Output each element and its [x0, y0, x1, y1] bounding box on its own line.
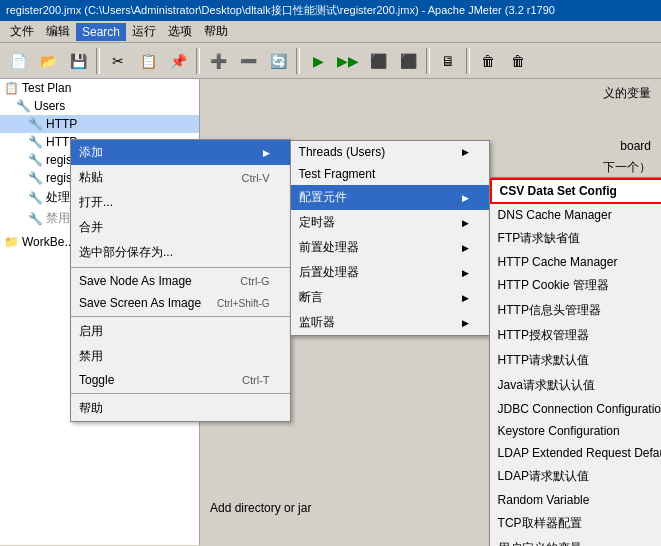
- ctx-disable[interactable]: 禁用: [71, 344, 290, 369]
- ctx-ldap-extended[interactable]: LDAP Extended Request Defaults: [490, 442, 661, 464]
- ctx-merge[interactable]: 合并: [71, 215, 290, 240]
- ctx-paste[interactable]: 粘贴 Ctrl-V: [71, 165, 290, 190]
- ctx-config-element[interactable]: 配置元件: [291, 185, 489, 210]
- collapse-button[interactable]: ➖: [234, 47, 262, 75]
- menu-bar: 文件 编辑 Search 运行 选项 帮助: [0, 21, 661, 43]
- ctx-http-cookie[interactable]: HTTP Cookie 管理器: [490, 273, 661, 298]
- new-button[interactable]: 📄: [4, 47, 32, 75]
- ctx-sep-3: [71, 393, 290, 394]
- context-menu-l1: 添加 粘贴 Ctrl-V 打开... 合并 选中部分保存为... Save No…: [70, 139, 291, 422]
- ctx-sep-1: [71, 267, 290, 268]
- ctx-enable[interactable]: 启用: [71, 319, 290, 344]
- play-all-button[interactable]: ▶▶: [334, 47, 362, 75]
- ctx-http-defaults[interactable]: HTTP请求默认值: [490, 348, 661, 373]
- ctx-csv-data-set-config[interactable]: CSV Data Set Config: [490, 178, 661, 204]
- save-button[interactable]: 💾: [64, 47, 92, 75]
- ctx-save-node[interactable]: Save Node As Image Ctrl-G: [71, 270, 290, 292]
- toolbar-sep-3: [296, 48, 300, 74]
- ctx-sep-2: [71, 316, 290, 317]
- ctx-pre-processor[interactable]: 前置处理器: [291, 235, 489, 260]
- play-button[interactable]: ▶: [304, 47, 332, 75]
- clear-button[interactable]: 🗑: [474, 47, 502, 75]
- toolbar-sep-2: [196, 48, 200, 74]
- ctx-save-screen[interactable]: Save Screen As Image Ctrl+Shift-G: [71, 292, 290, 314]
- toolbar-sep-4: [426, 48, 430, 74]
- clear-all-button[interactable]: 🗑: [504, 47, 532, 75]
- ctx-help[interactable]: 帮助: [71, 396, 290, 421]
- toolbar: 📄 📂 💾 ✂ 📋 📌 ➕ ➖ 🔄 ▶ ▶▶ ⬛ ⬛ 🖥 🗑 🗑: [0, 43, 661, 79]
- toolbar-sep-1: [96, 48, 100, 74]
- ctx-post-processor[interactable]: 后置处理器: [291, 260, 489, 285]
- ctx-http-auth[interactable]: HTTP授权管理器: [490, 323, 661, 348]
- menu-search[interactable]: Search: [76, 23, 126, 41]
- ctx-ldap-defaults[interactable]: LDAP请求默认值: [490, 464, 661, 489]
- title-bar: register200.jmx (C:\Users\Administrator\…: [0, 0, 661, 21]
- toolbar-sep-5: [466, 48, 470, 74]
- rotate-button[interactable]: 🔄: [264, 47, 292, 75]
- ctx-toggle[interactable]: Toggle Ctrl-T: [71, 369, 290, 391]
- ctx-listener[interactable]: 监听器: [291, 310, 489, 335]
- paste-button[interactable]: 📌: [164, 47, 192, 75]
- stop-button[interactable]: ⬛: [364, 47, 392, 75]
- ctx-random-var[interactable]: Random Variable: [490, 489, 661, 511]
- ctx-tcp-config[interactable]: TCP取样器配置: [490, 511, 661, 536]
- cut-button[interactable]: ✂: [104, 47, 132, 75]
- ctx-jdbc-config[interactable]: JDBC Connection Configuration: [490, 398, 661, 420]
- ctx-java-defaults[interactable]: Java请求默认认值: [490, 373, 661, 398]
- menu-file[interactable]: 文件: [4, 21, 40, 42]
- remote-button[interactable]: 🖥: [434, 47, 462, 75]
- main-area: 📋 Test Plan 🔧 Users 🔧 HTTP 🔧 HTTP 🔧 regi…: [0, 79, 661, 545]
- ctx-test-fragment[interactable]: Test Fragment: [291, 163, 489, 185]
- ctx-dns-cache[interactable]: DNS Cache Manager: [490, 204, 661, 226]
- menu-edit[interactable]: 编辑: [40, 21, 76, 42]
- open-button[interactable]: 📂: [34, 47, 62, 75]
- ctx-http-cache[interactable]: HTTP Cache Manager: [490, 251, 661, 273]
- ctx-timer[interactable]: 定时器: [291, 210, 489, 235]
- ctx-assertion[interactable]: 断言: [291, 285, 489, 310]
- menu-help[interactable]: 帮助: [198, 21, 234, 42]
- expand-button[interactable]: ➕: [204, 47, 232, 75]
- menu-run[interactable]: 运行: [126, 21, 162, 42]
- ctx-open[interactable]: 打开...: [71, 190, 290, 215]
- context-menu-l3: CSV Data Set Config DNS Cache Manager FT…: [489, 177, 661, 546]
- copy-button[interactable]: 📋: [134, 47, 162, 75]
- ctx-http-header[interactable]: HTTP信息头管理器: [490, 298, 661, 323]
- ctx-add[interactable]: 添加: [71, 140, 290, 165]
- ctx-ftp-defaults[interactable]: FTP请求缺省值: [490, 226, 661, 251]
- menu-options[interactable]: 选项: [162, 21, 198, 42]
- ctx-keystore[interactable]: Keystore Configuration: [490, 420, 661, 442]
- ctx-user-vars[interactable]: 用户定义的变量: [490, 536, 661, 546]
- stop-force-button[interactable]: ⬛: [394, 47, 422, 75]
- context-menu-overlay: 添加 粘贴 Ctrl-V 打开... 合并 选中部分保存为... Save No…: [0, 79, 661, 545]
- ctx-threads[interactable]: Threads (Users): [291, 141, 489, 163]
- title-text: register200.jmx (C:\Users\Administrator\…: [6, 4, 555, 16]
- context-menu-l2: Threads (Users) Test Fragment 配置元件 定时器 前…: [290, 140, 490, 336]
- ctx-save-selection[interactable]: 选中部分保存为...: [71, 240, 290, 265]
